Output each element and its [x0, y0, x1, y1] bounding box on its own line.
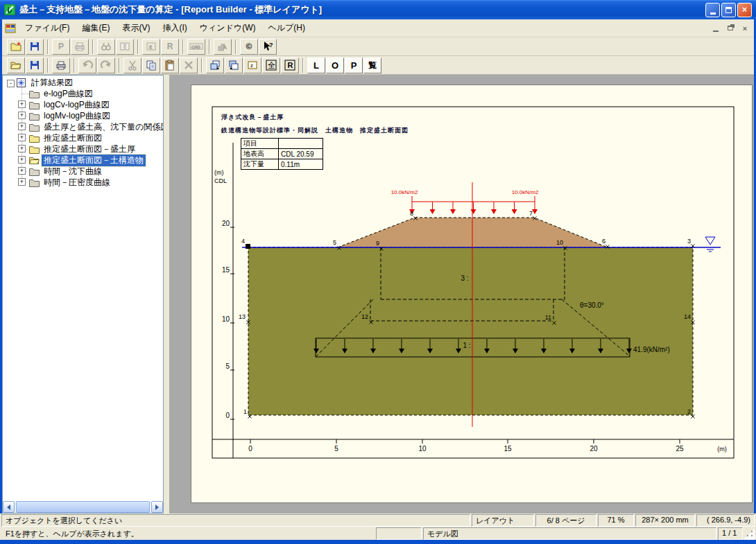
child-close-button[interactable]: ×: [739, 23, 751, 33]
zen-button[interactable]: 全: [262, 58, 280, 73]
expand-icon[interactable]: +: [18, 156, 26, 164]
send-back-button[interactable]: [225, 58, 243, 73]
graph-select-button[interactable]: [214, 39, 232, 55]
expand-icon[interactable]: +: [18, 100, 26, 108]
pages-icon: [119, 41, 130, 52]
cut-button[interactable]: [123, 58, 141, 73]
cad-icon: CAD: [189, 41, 203, 52]
tree-item-relation[interactable]: + 盛土厚と盛土高、沈下量の関係図: [3, 121, 164, 132]
printer-icon: [74, 41, 85, 52]
tree-item-section-structure[interactable]: + 推定盛土断面図－土構造物: [3, 155, 146, 166]
status-help: F1を押すと、ヘルプが表示されます。: [1, 527, 375, 540]
image-z-button[interactable]: z: [243, 58, 261, 73]
svg-text:全: 全: [268, 61, 275, 69]
menu-help[interactable]: ヘルプ(H): [262, 20, 312, 36]
help-pointer-button[interactable]: ?: [259, 39, 277, 55]
scroll-right-button[interactable]: [151, 501, 163, 513]
tree-item-logmv[interactable]: + logMv-logP曲線図: [3, 110, 112, 121]
expand-icon[interactable]: +: [18, 178, 26, 186]
panel-splitter[interactable]: [164, 75, 169, 514]
tree-root-row[interactable]: - 計算結果図: [3, 77, 75, 88]
tree-horizontal-scrollbar[interactable]: [3, 501, 163, 513]
preview-button[interactable]: [97, 39, 115, 55]
folder-icon: [29, 112, 40, 121]
expand-icon[interactable]: +: [18, 145, 26, 152]
status-size: 287× 200 mm: [635, 514, 695, 527]
new-folder-icon: [10, 41, 22, 52]
x-tick: 20: [590, 445, 598, 453]
toolbar-edit: z 全 R L O P 覧: [2, 56, 754, 75]
layout-image-button[interactable]: z: [142, 39, 160, 55]
tree-item-time-settlement[interactable]: + 時間－沈下曲線: [3, 166, 104, 177]
redo-button[interactable]: [97, 58, 115, 73]
help-arrow-icon: ?: [262, 41, 273, 52]
load-label-right: 10.0kN/m2: [512, 189, 539, 195]
paste-button[interactable]: [161, 58, 179, 73]
save-button[interactable]: [26, 39, 44, 55]
status-coords: ( 266.9, -4.9): [696, 514, 755, 527]
child-restore-button[interactable]: [724, 23, 737, 33]
child-minimize-button[interactable]: [710, 23, 722, 33]
page-mode-button[interactable]: P: [52, 39, 70, 55]
x-tick: 0: [248, 445, 252, 453]
expand-icon[interactable]: +: [18, 123, 26, 130]
expand-icon[interactable]: +: [18, 112, 26, 119]
tree-item-logcv[interactable]: + logCv-logP曲線図: [3, 99, 112, 110]
folder-icon: [29, 134, 40, 143]
status-page: 6/ 8 ページ: [535, 514, 596, 527]
menu-window[interactable]: ウィンドウ(W): [194, 20, 262, 36]
save-button-2[interactable]: [26, 58, 44, 73]
tree-root-label[interactable]: 計算結果図: [29, 77, 75, 89]
minimize-button[interactable]: [705, 3, 720, 17]
menu-insert[interactable]: 挿入(I): [156, 20, 193, 36]
menu-file[interactable]: ファイル(F): [19, 20, 76, 36]
bring-front-button[interactable]: [206, 58, 224, 73]
print-button[interactable]: [52, 58, 70, 73]
resize-grip[interactable]: [744, 527, 755, 540]
tree-item-elogp[interactable]: e-logP曲線図: [3, 88, 95, 99]
collapse-icon[interactable]: -: [7, 80, 15, 87]
cad-export-button[interactable]: CAD: [187, 39, 205, 55]
slope-lower-label: 1 :: [463, 342, 470, 349]
maximize-button[interactable]: [721, 3, 736, 17]
expand-icon[interactable]: +: [18, 134, 26, 141]
tree-item-time-consolidation[interactable]: + 時間－圧密度曲線: [3, 177, 112, 188]
svg-text:?: ?: [269, 42, 273, 49]
ran-button[interactable]: 覧: [363, 58, 381, 73]
new-report-button[interactable]: [7, 39, 25, 55]
l-button[interactable]: L: [307, 58, 325, 73]
point-label: 11: [545, 314, 551, 321]
selected-tree-item[interactable]: 推定盛土断面図－土構造物: [42, 155, 146, 166]
status-hint: オブジェクトを選択してください: [1, 514, 470, 527]
p-button[interactable]: P: [345, 58, 363, 73]
o-button[interactable]: O: [326, 58, 344, 73]
print-report-button[interactable]: [71, 39, 89, 55]
report-r-button[interactable]: R: [161, 39, 179, 55]
open-button[interactable]: [7, 58, 25, 73]
undo-button[interactable]: [78, 58, 96, 73]
tree-item-section[interactable]: + 推定盛土断面図: [3, 132, 104, 143]
menu-view[interactable]: 表示(V): [116, 20, 156, 36]
pages-button[interactable]: [116, 39, 134, 55]
scroll-thumb[interactable]: [16, 501, 150, 513]
status-empty-cell: [376, 527, 422, 540]
tree-item-section-thickness[interactable]: + 推定盛土断面図－盛土厚: [3, 143, 137, 155]
folder-icon: [29, 89, 40, 98]
point-label: 9: [376, 240, 379, 247]
y-tick: 0: [225, 412, 230, 419]
copy-button[interactable]: [142, 58, 160, 73]
svg-text:CAD: CAD: [191, 45, 200, 49]
copyright-button[interactable]: ©: [240, 39, 258, 55]
status-row-1: オブジェクトを選択してください レイアウト 6/ 8 ページ 71 % 287×…: [0, 514, 756, 527]
load-label-left: 10.0kN/m2: [391, 189, 418, 195]
menu-edit[interactable]: 編集(E): [76, 20, 116, 36]
redo-icon: [101, 60, 112, 71]
point-label: 7: [529, 210, 533, 217]
delete-button[interactable]: [180, 58, 198, 73]
x-unit: (m): [717, 446, 727, 453]
r-button[interactable]: R: [281, 58, 299, 73]
expand-icon[interactable]: +: [18, 167, 26, 175]
point-label: 3: [687, 238, 691, 245]
scroll-left-button[interactable]: [3, 501, 15, 513]
close-button[interactable]: ×: [737, 3, 752, 17]
